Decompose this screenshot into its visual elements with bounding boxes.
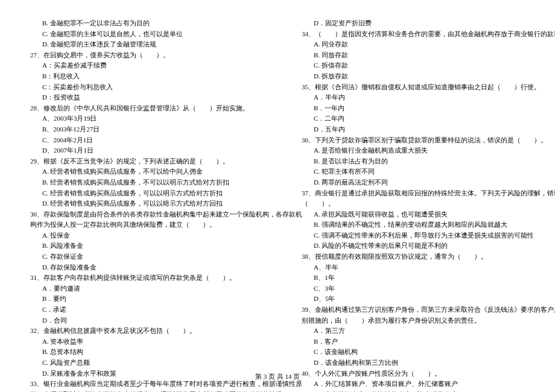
text-line: A. 投保金: [12, 230, 271, 241]
text-line: 30、存款保险制度是由符合条件的各类存款性金融机构集中起来建立一个保险机构，各存…: [12, 209, 271, 220]
text-line: A. 经营者销售或购买商品或服务，不可以给中间人佣金: [12, 166, 271, 177]
text-line: B、1年: [284, 273, 543, 283]
text-line: 31、存款客户向存款机构提供转账凭证或填写的存款凭条是（ ）。: [12, 273, 271, 283]
text-line: B．客户: [284, 337, 543, 347]
page-content: B. 金融犯罪不一定以非法占有为目的C. 金融犯罪的主体可以是自然人，也可以是单…: [0, 0, 555, 392]
text-line: A．半年内: [284, 92, 543, 103]
text-line: 别措施的，由（ ）承担为履行客户身份识别义务的责任。: [284, 315, 543, 326]
text-line: D．合同: [12, 315, 271, 326]
text-line: C、3年: [284, 283, 543, 294]
text-line: B．一年内: [284, 103, 543, 114]
text-line: D. 两罪的最高法定刑不同: [284, 177, 543, 188]
text-line: C. 金融犯罪的主体可以是自然人，也可以是单位: [12, 29, 271, 40]
text-line: A、半年: [284, 262, 543, 273]
text-line: D、2007年1月1日: [12, 145, 271, 156]
text-line: D．五年内: [284, 124, 543, 135]
text-line: 27、在回购交易中，债券买方收益为（ ）。: [12, 50, 271, 61]
text-line: 38、授信额度的有效期限按照双方协议规定，通常为（ ）。: [284, 251, 543, 262]
text-line: D. 经营者销售或购买商品或服务，可以以暗示方式给对方回扣: [12, 198, 271, 209]
text-line: C．承诺: [12, 305, 271, 315]
text-line: C. 拆借存款: [284, 60, 543, 71]
text-line: 29、根据《反不正当竞争法》的规定，下列表述正确的是（ ）。: [12, 156, 271, 167]
text-line: D．固定资产折旧费: [284, 18, 543, 29]
text-line: C. 存款保证金: [12, 251, 271, 262]
text-line: A、2003年3月19日: [12, 113, 271, 124]
text-line: A．第三方: [284, 326, 543, 337]
text-line: B：利息收入: [12, 71, 271, 82]
text-line: D. 金融犯罪的主体违反了金融管理法规: [12, 39, 271, 50]
text-line: D．该金融机构和第三方比例: [284, 358, 543, 368]
column-left: B. 金融犯罪不一定以非法占有为目的C. 金融犯罪的主体可以是自然人，也可以是单…: [12, 18, 271, 392]
text-line: C、2004年2月1日: [12, 135, 271, 146]
text-line: B．个人外汇账户、外汇结算账户、资本项目账户: [284, 390, 543, 392]
text-line: D：投资收益: [12, 92, 271, 103]
text-line: C：买卖差价与利息收入: [12, 82, 271, 93]
text-line: B. 总资本结构: [12, 347, 271, 358]
text-line: D. 风险的不确定性带来的后果只可能是不利的: [284, 241, 543, 251]
text-line: B. 风险准备金: [12, 241, 271, 251]
text-line: （ ）。: [284, 198, 543, 209]
text-line: B．要约: [12, 294, 271, 305]
text-line: 28、修改后的《中华人民共和国银行业监督管理法》从（ ）开始实施。: [12, 103, 271, 114]
text-line: C. 强调不确定性带来的不利后果，即导致行为主体遭受损失或损害的可能性: [284, 230, 543, 241]
text-line: A：买卖差价减手续费: [12, 60, 271, 71]
text-line: C．该金融机构: [284, 347, 543, 358]
text-line: 则，合理地预计各项资产可能发生的损失，对预计可收回金额低于账面价值的部分计提（ …: [12, 390, 271, 392]
text-line: 35、根据《合同法》撤销权自债权人知道或应知道撤销事由之日起（ ）行使。: [284, 82, 543, 93]
text-line: B. 同放存款: [284, 50, 543, 61]
text-line: B、2003年12月27日: [12, 124, 271, 135]
text-line: D. 存款保险准备金: [12, 262, 271, 273]
text-line: 39、金融机构通过第三方识别客户身份，而第三方未采取符合《反洗钱法》要求的客户身…: [284, 305, 543, 315]
page-footer: 第 3 页 共 14 页: [0, 371, 555, 382]
text-line: B. 是否以非法占有为目的: [284, 156, 543, 167]
text-line: C. 犯罪主体有所不同: [284, 166, 543, 177]
text-line: A．要约邀请: [12, 283, 271, 294]
text-line: D. 拆放存款: [284, 71, 543, 82]
text-line: A. 承担风险既可能获得收益，也可能遭受损失: [284, 209, 543, 220]
text-line: 36、下列关于贷款诈骗罪区别于骗取贷款罪的重要特征的说法，错误的是（ ）。: [284, 135, 543, 146]
column-right: D．固定资产折旧费34、（ ）是指因支付清算和业务合作的需要，由其他金融机构存放…: [284, 18, 543, 392]
text-line: 32、金融机构信息披露中资本充足状况不包括（ ）。: [12, 326, 271, 337]
text-line: C. 风险资产总额: [12, 358, 271, 368]
text-line: A. 资本收益率: [12, 337, 271, 347]
text-line: B. 强调结果的不确定性，结果的变动程度越大则相应的风险就越大: [284, 220, 543, 230]
text-line: C. 经营者销售或购买商品或服务，可以以明示方式给对方折扣: [12, 188, 271, 199]
text-line: A. 同业存款: [284, 39, 543, 50]
text-line: B. 经营者销售或购买商品或服务，不可以以明示方式给对方折扣: [12, 177, 271, 188]
text-line: B. 金融犯罪不一定以非法占有为目的: [12, 18, 271, 29]
text-line: 构作为投保人按一定存款比例向其缴纳保险费，建立（ ）。: [12, 220, 271, 230]
text-line: D、5年: [284, 294, 543, 305]
text-line: A. 是否给银行业金融机构造成重大损失: [284, 145, 543, 156]
text-line: 34、（ ）是指因支付清算和业务合作的需要，由其他金融机构存放于商业银行的款项。: [284, 29, 543, 40]
text-line: 37、商业银行是通过承担风险获取相应回报的特殊经营主体。下列关于风险的理解，错误…: [284, 188, 543, 199]
text-line: C．二年内: [284, 113, 543, 124]
